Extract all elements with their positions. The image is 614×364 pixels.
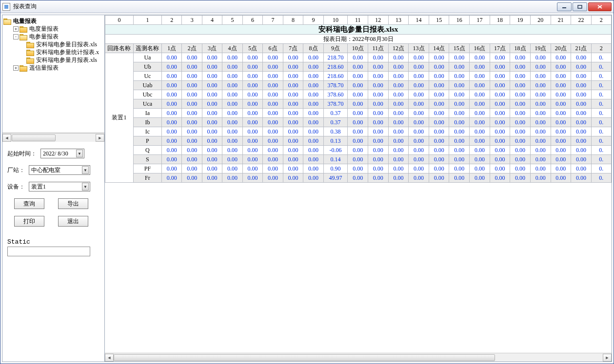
maximize-button[interactable] [573,2,587,11]
scroll-track[interactable] [11,134,96,142]
data-cell: 0.00 [368,146,389,155]
data-cell: 0.00 [368,62,389,72]
data-cell: 0.00 [303,99,323,109]
data-cell: 0.00 [242,81,262,90]
export-button[interactable]: 导出 [58,198,88,209]
data-cell: 0.00 [571,90,592,99]
data-cell: 0.00 [348,155,368,164]
data-cell: 0.00 [202,90,222,99]
scroll-right-icon[interactable]: ► [96,134,104,142]
data-cell: 0.00 [510,109,531,118]
data-cell: 0.00 [161,62,181,72]
data-cell: 0.00 [222,173,242,183]
data-cell: 0.00 [242,173,262,183]
column-number: 9 [303,16,323,25]
scroll-track[interactable] [114,354,603,362]
chevron-down-icon[interactable]: ▼ [82,166,89,174]
tree-item-label: 遥信量报表 [28,64,59,72]
data-cell: 0.00 [182,173,202,183]
folder-icon [26,41,34,48]
button-row-1: 查询 导出 [7,198,99,209]
data-cell: 0.00 [388,118,409,127]
minimize-button[interactable] [557,2,572,11]
data-cell: 0.00 [368,173,389,183]
data-cell: 0.00 [182,127,202,136]
measure-name: Ia [133,109,161,118]
data-cell: 0.00 [530,72,551,81]
device-combo[interactable]: 装置1 ▼ [29,182,90,192]
data-cell: 0.00 [348,62,368,72]
column-number: 1 [133,16,161,25]
data-cell: 0.00 [182,155,202,164]
col-header-hour: 11点 [368,44,389,53]
scroll-right-icon[interactable]: ► [603,354,612,362]
tree-item[interactable]: +电度量报表 [3,25,103,33]
scroll-left-icon[interactable]: ◄ [2,134,11,142]
tree-item[interactable]: +遥信量报表 [3,64,103,72]
tree-item-label: 安科瑞电参量日报表.xls [35,40,97,48]
col-header-hour: 20点 [551,44,571,53]
expand-icon[interactable]: + [13,65,19,71]
chevron-down-icon[interactable]: ▼ [76,150,83,157]
tree-item[interactable]: 安科瑞电参量统计报表.x [3,48,103,56]
folder-icon [20,34,27,40]
factory-combo[interactable]: 中心配电室 ▼ [29,165,90,175]
window-buttons [557,2,612,11]
scroll-thumb[interactable] [12,134,56,141]
tree-item[interactable]: -电参量报表 [3,33,103,40]
col-header-hour: 17点 [490,44,510,53]
data-cell: 0.00 [222,81,242,90]
close-button[interactable] [588,2,612,11]
print-button[interactable]: 打印 [14,216,44,227]
table-row: S0.000.000.000.000.000.000.000.000.140.0… [105,155,612,164]
scroll-left-icon[interactable]: ◄ [105,354,114,362]
data-cell: 0.00 [303,109,323,118]
column-number: 6 [242,16,262,25]
data-cell: 0.00 [510,127,531,136]
data-cell: 0.00 [222,109,242,118]
data-cell: 0.00 [222,127,242,136]
tree-item[interactable]: 安科瑞电参量月报表.xls [3,56,103,64]
data-cell: 0.00 [348,72,368,81]
data-cell: 0.00 [551,155,571,164]
measure-name: Ua [133,53,161,62]
exit-button[interactable]: 退出 [58,216,88,227]
data-cell: 0.00 [303,127,323,136]
data-cell: 0.00 [348,173,368,183]
data-cell: 0.00 [571,62,592,72]
chevron-down-icon[interactable]: ▼ [82,183,89,191]
data-cell: 0.00 [348,136,368,146]
table-row: Fr0.000.000.000.000.000.000.000.0049.970… [105,173,612,183]
data-cell: 0.00 [409,72,429,81]
column-number: 20 [530,16,551,25]
measure-name: Uca [133,99,161,109]
data-cell: 0.00 [222,72,242,81]
data-cell: 0.00 [409,155,429,164]
tree-h-scrollbar[interactable]: ◄ ► [2,133,104,142]
data-cell: 0. [591,90,611,99]
query-button[interactable]: 查询 [14,198,44,209]
tree-root[interactable]: 电量报表 [3,17,103,25]
data-cell: 0.00 [409,90,429,99]
data-cell: 0.00 [263,173,283,183]
grid-h-scrollbar[interactable]: ◄ ► [105,353,612,362]
expand-icon[interactable]: + [13,26,19,32]
data-cell: 0.00 [202,136,222,146]
data-cell: 0.00 [182,146,202,155]
data-cell: 0.00 [429,99,449,109]
data-cell: 0.00 [429,164,449,173]
tree-view[interactable]: 电量报表 +电度量报表-电参量报表安科瑞电参量日报表.xls安科瑞电参量统计报表… [2,15,104,133]
data-cell: 0.00 [283,53,303,62]
data-cell: 0.00 [242,72,262,81]
tree-item[interactable]: 安科瑞电参量日报表.xls [3,40,103,48]
data-cell: 0.00 [490,62,510,72]
start-time-picker[interactable]: 2022/ 8/30 ▼ [40,149,84,158]
scroll-thumb[interactable] [114,354,495,361]
collapse-icon[interactable]: - [13,34,19,39]
report-grid-wrap[interactable]: 0123456789101112131415161718192021222安科瑞… [105,15,612,353]
data-cell: 0.00 [263,136,283,146]
col-header-hour: 9点 [323,44,348,53]
data-cell: 0.00 [368,118,389,127]
static-input[interactable] [7,247,90,256]
data-cell: 0.00 [551,109,571,118]
